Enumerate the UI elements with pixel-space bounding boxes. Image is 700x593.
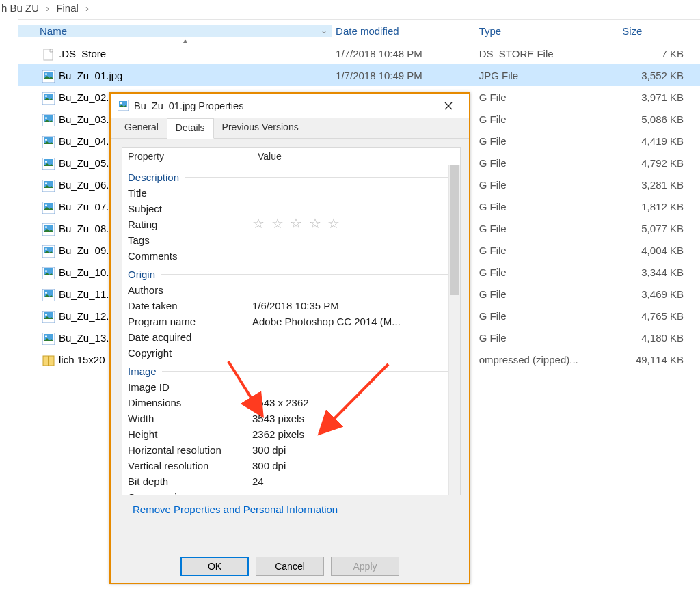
file-size: 5,086 KB xyxy=(618,113,700,125)
property-name: Image ID xyxy=(128,379,252,395)
file-type: G File xyxy=(475,288,619,300)
image-file-icon xyxy=(42,245,55,257)
dialog-title: Bu_Zu_01.jpg Properties xyxy=(134,100,243,111)
property-row[interactable]: Rating☆ ☆ ☆ ☆ ☆ xyxy=(128,217,448,232)
ok-button[interactable]: OK xyxy=(180,557,249,576)
close-button[interactable] xyxy=(435,96,462,115)
star-rating-icon[interactable]: ☆ ☆ ☆ ☆ ☆ xyxy=(252,216,341,231)
property-row[interactable]: Image ID xyxy=(128,379,448,395)
file-type: G File xyxy=(475,92,619,103)
property-row[interactable]: Dimensions3543 x 2362 xyxy=(128,395,448,411)
table-row[interactable]: .DS_Store1/7/2018 10:48 PMDS_STORE File7… xyxy=(18,42,700,64)
image-file-icon xyxy=(42,157,55,169)
property-value: 300 dpi xyxy=(252,442,448,458)
property-name: Date taken xyxy=(128,298,252,314)
file-name: Bu_Zu_05.j xyxy=(59,157,111,169)
file-type: ompressed (zipped)... xyxy=(475,354,619,366)
property-name: Program name xyxy=(128,314,252,329)
property-value xyxy=(252,379,448,395)
property-row[interactable]: Tags xyxy=(128,232,448,248)
file-size: 4,180 KB xyxy=(618,332,700,344)
property-value: 3543 pixels xyxy=(252,411,448,426)
property-row[interactable]: Date taken1/6/2018 10:35 PM xyxy=(128,298,448,314)
column-header-size[interactable]: Size xyxy=(618,25,700,37)
file-type: G File xyxy=(475,201,619,212)
svg-point-18 xyxy=(45,182,47,184)
file-name: Bu_Zu_11.j xyxy=(59,288,111,300)
image-file-icon xyxy=(118,100,129,113)
column-header-name[interactable]: Name ⌄ xyxy=(18,25,332,37)
dialog-buttons: OK Cancel Apply xyxy=(111,557,469,576)
property-row[interactable]: Horizontal resolution300 dpi xyxy=(128,442,448,458)
tab-details[interactable]: Details xyxy=(167,118,214,139)
property-row[interactable]: Title xyxy=(128,185,448,201)
property-value xyxy=(252,232,448,248)
property-row[interactable]: Authors xyxy=(128,282,448,298)
column-header-type[interactable]: Type xyxy=(475,25,619,37)
svg-point-3 xyxy=(45,73,47,75)
breadcrumb-seg[interactable]: h Bu ZU xyxy=(0,2,40,14)
file-size: 3,971 KB xyxy=(618,92,700,103)
tab-previous-versions[interactable]: Previous Versions xyxy=(214,118,307,138)
column-header-date[interactable]: Date modified xyxy=(332,25,475,37)
breadcrumb[interactable]: h Bu ZU › Final › xyxy=(0,0,700,19)
file-type: G File xyxy=(475,157,619,169)
column-headers: Name ⌄ Date modified Type Size xyxy=(18,19,700,42)
file-type: G File xyxy=(475,113,619,125)
dialog-titlebar[interactable]: Bu_Zu_01.jpg Properties xyxy=(111,94,469,118)
property-section-header: Image xyxy=(128,361,448,379)
cancel-button[interactable]: Cancel xyxy=(256,557,324,576)
property-value xyxy=(252,489,448,495)
property-row[interactable]: Subject xyxy=(128,201,448,217)
property-name: Height xyxy=(128,426,252,442)
property-row[interactable]: Height2362 pixels xyxy=(128,426,448,442)
file-name: Bu_Zu_08.j xyxy=(59,223,111,234)
svg-point-27 xyxy=(45,248,47,250)
svg-point-30 xyxy=(45,270,47,272)
file-name: Bu_Zu_13.j xyxy=(59,332,111,344)
property-row[interactable]: Vertical resolution300 dpi xyxy=(128,458,448,473)
property-value: 300 dpi xyxy=(252,458,448,473)
file-size: 49,114 KB xyxy=(618,354,700,366)
properties-grid: Property Value DescriptionTitleSubjectRa… xyxy=(122,147,461,495)
property-row[interactable]: Date acquired xyxy=(128,329,448,345)
file-size: 4,792 KB xyxy=(618,157,700,169)
property-row[interactable]: Compression xyxy=(128,489,448,495)
file-size: 5,077 KB xyxy=(618,223,700,234)
scrollbar-thumb[interactable] xyxy=(450,165,459,295)
tab-general[interactable]: General xyxy=(116,118,167,138)
svg-point-12 xyxy=(45,139,47,141)
scrollbar[interactable] xyxy=(448,165,460,495)
table-row[interactable]: Bu_Zu_01.jpg1/7/2018 10:49 PMJPG File3,5… xyxy=(18,64,700,86)
grid-header-value[interactable]: Value xyxy=(252,151,460,162)
file-type: G File xyxy=(475,332,619,344)
property-row[interactable]: Width3543 pixels xyxy=(128,411,448,426)
svg-point-6 xyxy=(45,95,47,97)
image-file-icon xyxy=(42,113,55,126)
file-size: 4,004 KB xyxy=(618,245,700,256)
property-row[interactable]: Bit depth24 xyxy=(128,473,448,489)
file-size: 3,281 KB xyxy=(618,179,700,191)
svg-point-15 xyxy=(45,161,47,163)
file-type: G File xyxy=(475,223,619,234)
tab-strip: General Details Previous Versions xyxy=(111,118,469,139)
property-name: Subject xyxy=(128,201,252,217)
sort-ascending-icon: ▲ xyxy=(182,37,189,44)
file-name: Bu_Zu_03.j xyxy=(59,113,111,125)
property-name: Date acquired xyxy=(128,329,252,345)
image-file-icon xyxy=(42,92,55,104)
file-type: G File xyxy=(475,135,619,147)
apply-button[interactable]: Apply xyxy=(331,557,399,576)
property-row[interactable]: Copyright xyxy=(128,345,448,361)
chevron-down-icon[interactable]: ⌄ xyxy=(321,26,327,36)
property-value xyxy=(252,185,448,201)
property-row[interactable]: Comments xyxy=(128,248,448,264)
property-row[interactable]: Program nameAdobe Photoshop CC 2014 (M..… xyxy=(128,314,448,329)
image-file-icon xyxy=(42,223,55,235)
image-file-icon xyxy=(42,70,55,82)
remove-properties-link[interactable]: Remove Properties and Personal Informati… xyxy=(122,495,338,515)
grid-header-property[interactable]: Property xyxy=(122,151,252,162)
file-type: G File xyxy=(475,179,619,191)
breadcrumb-seg[interactable]: Final xyxy=(55,2,80,14)
file-size: 3,344 KB xyxy=(618,266,700,278)
